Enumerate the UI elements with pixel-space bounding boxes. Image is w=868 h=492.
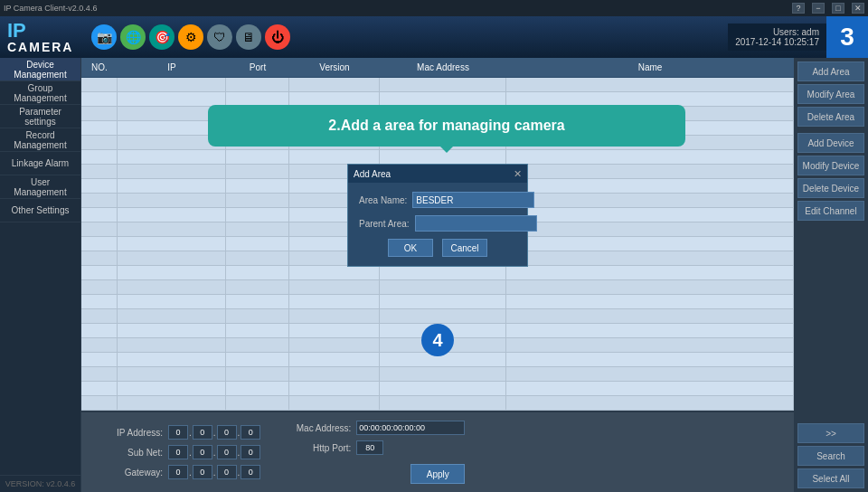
ip-octet-1[interactable] <box>168 425 188 440</box>
table-cell <box>226 194 289 207</box>
camera-nav-icon[interactable]: 📷 <box>91 24 117 50</box>
ip-octet-4[interactable] <box>241 425 260 440</box>
sidebar-item-record-management[interactable]: Record Management <box>0 128 80 152</box>
parent-area-field: Parent Area: <box>359 215 516 232</box>
version-label: VERSION: v2.0.4.6 <box>0 475 80 492</box>
help-button[interactable]: ? <box>792 3 805 14</box>
subnet-octet-3[interactable] <box>217 445 237 459</box>
modify-area-button[interactable]: Modify Area <box>797 84 864 104</box>
edit-channel-button[interactable]: Edit Channel <box>797 201 864 221</box>
table-row[interactable] <box>81 266 794 280</box>
compass-nav-icon[interactable]: 🎯 <box>149 24 175 50</box>
screen-nav-icon[interactable]: 🖥 <box>236 24 261 50</box>
select-all-button[interactable]: Select All <box>797 468 864 488</box>
ip-octet-3[interactable] <box>217 425 237 440</box>
sidebar-item-other-settings[interactable]: Other Settings <box>0 199 80 222</box>
sidebar-item-parameter-settings[interactable]: Parameter settings <box>0 105 80 128</box>
gateway-octet-2[interactable] <box>193 465 212 479</box>
delete-device-button[interactable]: Delete Device <box>797 178 864 198</box>
search-button[interactable]: Search <box>797 446 864 466</box>
delete-area-button[interactable]: Delete Area <box>797 107 864 127</box>
subnet-octet-4[interactable] <box>241 445 260 459</box>
subnet-octet-1[interactable] <box>168 445 188 459</box>
table-cell <box>506 222 794 236</box>
table-cell <box>118 324 226 337</box>
table-cell <box>81 92 118 106</box>
settings-nav-icon[interactable]: ⚙ <box>178 24 203 50</box>
table-cell <box>380 382 506 395</box>
table-row[interactable] <box>81 150 794 165</box>
globe-nav-icon[interactable]: 🌐 <box>120 24 146 50</box>
modify-device-button[interactable]: Modify Device <box>797 156 864 175</box>
table-row[interactable] <box>81 367 794 382</box>
forward-button[interactable]: >> <box>797 423 864 443</box>
table-cell <box>289 150 380 164</box>
table-cell <box>289 324 380 337</box>
sidebar-item-linkage-alarm[interactable]: Linkage Alarm <box>0 152 80 175</box>
shield-nav-icon[interactable]: 🛡 <box>207 24 232 50</box>
titlebar-left: IP Camera Client-v2.0.4.6 <box>4 4 97 13</box>
table-row[interactable] <box>81 295 794 309</box>
table-cell <box>289 295 380 308</box>
table-cell <box>226 179 289 193</box>
col-mac: Mac Address <box>380 62 506 72</box>
dialog-ok-button[interactable]: OK <box>388 239 433 257</box>
table-cell <box>506 266 794 279</box>
dialog-titlebar: Add Area ✕ <box>348 165 527 183</box>
dialog-buttons: OK Cancel <box>359 239 516 257</box>
parent-area-input[interactable] <box>415 215 537 232</box>
col-name: Name <box>506 62 794 72</box>
gateway-octet-3[interactable] <box>217 465 237 479</box>
area-name-input[interactable] <box>412 192 534 208</box>
table-cell <box>81 136 118 149</box>
logo-ip: IP <box>7 21 73 41</box>
maximize-button[interactable]: □ <box>832 3 844 14</box>
users-label: Users: adm <box>735 27 819 37</box>
table-cell <box>289 92 380 106</box>
col-version: Version <box>289 62 380 72</box>
minimize-button[interactable]: − <box>812 3 825 14</box>
add-area-button[interactable]: Add Area <box>797 62 864 81</box>
table-cell <box>118 194 226 207</box>
table-row[interactable] <box>81 396 794 411</box>
table-cell <box>226 367 289 381</box>
ip-octet-2[interactable] <box>193 425 212 440</box>
table-cell <box>81 266 118 279</box>
bottom-right: Mac Address: Http Port: Apply <box>288 421 465 484</box>
sidebar-item-device-management[interactable]: Device Management <box>0 58 80 81</box>
bottom-left: IP Address: . . . Sub Net: <box>99 425 260 479</box>
sidebar-item-user-management[interactable]: User Management <box>0 175 80 199</box>
table-cell <box>289 353 380 366</box>
gateway-octet-4[interactable] <box>241 465 260 479</box>
sidebar-item-group-management[interactable]: Group Management <box>0 81 80 105</box>
subnet-label: Sub Net: <box>99 448 163 458</box>
table-cell <box>118 150 226 164</box>
mac-address-input[interactable] <box>356 421 465 435</box>
power-nav-icon[interactable]: ⏻ <box>265 24 290 50</box>
table-cell <box>380 92 506 106</box>
http-port-input[interactable] <box>356 440 383 455</box>
table-cell <box>506 237 794 251</box>
subnet-octet-2[interactable] <box>193 445 212 459</box>
mac-address-field: Mac Address: <box>288 421 465 435</box>
table-row[interactable] <box>81 280 794 295</box>
table-cell <box>289 382 380 395</box>
table-cell <box>506 338 794 352</box>
add-device-button[interactable]: Add Device <box>797 133 864 153</box>
gateway-octet-1[interactable] <box>168 465 188 479</box>
table-row[interactable] <box>81 78 794 92</box>
table-cell <box>81 179 118 193</box>
table-cell <box>81 194 118 207</box>
close-button[interactable]: ✕ <box>852 3 864 14</box>
table-row[interactable] <box>81 382 794 396</box>
header: IP CAMERA 📷 🌐 🎯 ⚙ 🛡 🖥 ⏻ Users: adm 2017-… <box>0 16 868 58</box>
apply-button[interactable]: Apply <box>410 464 465 484</box>
step3-badge: 3 <box>826 16 868 58</box>
dialog-cancel-button[interactable]: Cancel <box>442 239 487 257</box>
table-cell <box>506 324 794 337</box>
table-cell <box>81 165 118 178</box>
table-cell <box>289 78 380 91</box>
table-cell <box>226 338 289 352</box>
dialog-close-button[interactable]: ✕ <box>514 168 522 180</box>
table-row[interactable] <box>81 309 794 324</box>
